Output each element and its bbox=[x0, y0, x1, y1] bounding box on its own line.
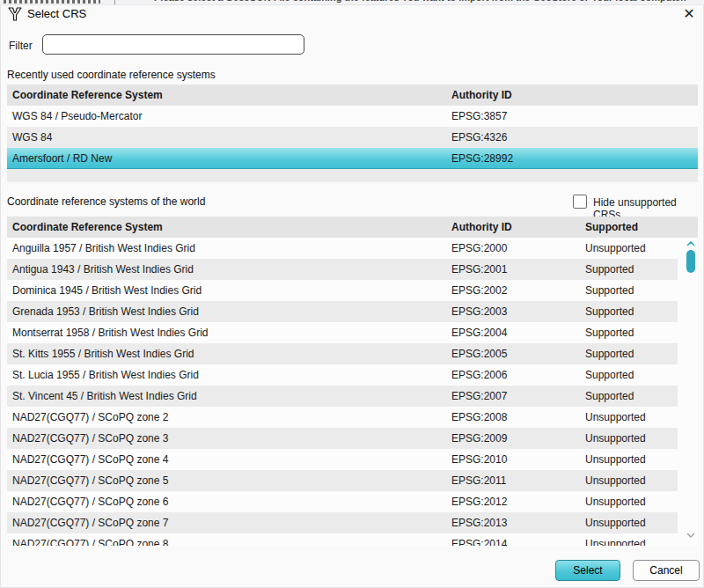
supported-cell: Supported bbox=[585, 263, 634, 276]
authority-id-cell: EPSG:2014 bbox=[451, 538, 507, 546]
close-icon[interactable]: ✕ bbox=[678, 2, 700, 25]
hide-unsupported-checkbox[interactable] bbox=[573, 195, 587, 209]
world-crs-row[interactable]: NAD27(CGQ77) / SCoPQ zone 2 EPSG:2008 Un… bbox=[7, 407, 678, 428]
authority-id-cell: EPSG:2010 bbox=[451, 453, 507, 466]
world-crs-row[interactable]: Montserrat 1958 / British West Indies Gr… bbox=[7, 322, 678, 343]
supported-cell: Unsupported bbox=[585, 538, 646, 546]
authority-id-cell: EPSG:2002 bbox=[451, 284, 507, 297]
background-window-left-text bbox=[4, 0, 100, 4]
crs-name-cell: Montserrat 1958 / British West Indies Gr… bbox=[12, 327, 209, 339]
supported-cell: Supported bbox=[585, 327, 634, 339]
select-crs-dialog: { "background_window": { "clipped_text":… bbox=[0, 0, 704, 588]
background-window-strip: Please select a GeoJSON File containing … bbox=[0, 0, 704, 5]
authority-id-cell: EPSG:2000 bbox=[451, 242, 507, 254]
authority-id-cell: EPSG:2001 bbox=[451, 263, 507, 276]
crs-name-cell: NAD27(CGQ77) / SCoPQ zone 2 bbox=[12, 411, 168, 423]
recent-table-rows: WGS 84 / Pseudo-Mercator EPSG:3857 WGS 8… bbox=[7, 106, 698, 169]
world-crs-row[interactable]: NAD27(CGQ77) / SCoPQ zone 4 EPSG:2010 Un… bbox=[7, 449, 678, 470]
supported-cell: Unsupported bbox=[585, 474, 646, 487]
recent-table-empty-area bbox=[7, 169, 698, 182]
crs-name-cell: WGS 84 / Pseudo-Mercator bbox=[12, 110, 142, 122]
authority-id-cell: EPSG:2005 bbox=[451, 348, 507, 360]
crs-name-cell: NAD27(CGQ77) / SCoPQ zone 4 bbox=[12, 453, 168, 466]
crs-name-cell: Dominica 1945 / British West Indies Grid bbox=[12, 284, 202, 297]
recent-crs-table: Coordinate Reference System Authority ID… bbox=[7, 85, 698, 182]
authority-id-cell: EPSG:2011 bbox=[451, 474, 506, 487]
world-header-supported: Supported bbox=[585, 221, 638, 233]
crs-name-cell: St. Vincent 45 / British West Indies Gri… bbox=[12, 390, 197, 402]
world-crs-row[interactable]: St. Vincent 45 / British West Indies Gri… bbox=[7, 386, 678, 407]
world-header-name: Coordinate Reference System bbox=[12, 221, 163, 233]
world-crs-row[interactable]: NAD27(CGQ77) / SCoPQ zone 7 EPSG:2013 Un… bbox=[7, 512, 678, 533]
world-crs-row[interactable]: NAD27(CGQ77) / SCoPQ zone 6 EPSG:2012 Un… bbox=[7, 491, 678, 512]
recent-crs-row[interactable]: WGS 84 / Pseudo-Mercator EPSG:3857 bbox=[7, 106, 698, 127]
world-crs-row[interactable]: Antigua 1943 / British West Indies Grid … bbox=[7, 259, 678, 280]
authority-id-cell: EPSG:28992 bbox=[451, 152, 513, 165]
crs-name-cell: NAD27(CGQ77) / SCoPQ zone 7 bbox=[12, 517, 168, 529]
recent-header-authority: Authority ID bbox=[451, 89, 512, 101]
world-table-scrollbar bbox=[685, 238, 697, 546]
authority-id-cell: EPSG:2013 bbox=[451, 517, 507, 529]
crs-name-cell: NAD27(CGQ77) / SCoPQ zone 6 bbox=[12, 496, 168, 508]
supported-cell: Supported bbox=[585, 390, 634, 402]
recent-section-label: Recently used coordinate reference syste… bbox=[7, 69, 216, 81]
filter-label: Filter bbox=[9, 40, 33, 52]
world-table-header: Coordinate Reference System Authority ID… bbox=[7, 217, 698, 238]
world-crs-row[interactable]: St. Kitts 1955 / British West Indies Gri… bbox=[7, 343, 678, 364]
crs-projection-icon bbox=[7, 6, 23, 22]
world-header-authority: Authority ID bbox=[451, 221, 512, 233]
crs-name-cell: NAD27(CGQ77) / SCoPQ zone 8 bbox=[12, 538, 168, 546]
world-crs-row[interactable]: Dominica 1945 / British West Indies Grid… bbox=[7, 280, 678, 301]
supported-cell: Unsupported bbox=[585, 242, 646, 254]
filter-input[interactable] bbox=[42, 34, 304, 55]
crs-name-cell: NAD27(CGQ77) / SCoPQ zone 5 bbox=[12, 474, 168, 487]
crs-name-cell: St. Kitts 1955 / British West Indies Gri… bbox=[12, 348, 194, 360]
authority-id-cell: EPSG:4326 bbox=[451, 131, 507, 143]
supported-cell: Unsupported bbox=[585, 496, 646, 508]
scroll-down-icon[interactable] bbox=[686, 530, 696, 540]
crs-name-cell: WGS 84 bbox=[12, 131, 52, 143]
world-crs-row[interactable]: Anguilla 1957 / British West Indies Grid… bbox=[7, 238, 678, 259]
authority-id-cell: EPSG:2004 bbox=[451, 327, 507, 339]
world-table-rows: Anguilla 1957 / British West Indies Grid… bbox=[7, 238, 698, 546]
authority-id-cell: EPSG:2007 bbox=[451, 390, 507, 402]
world-crs-row[interactable]: NAD27(CGQ77) / SCoPQ zone 3 EPSG:2009 Un… bbox=[7, 428, 678, 449]
authority-id-cell: EPSG:2009 bbox=[451, 432, 507, 445]
world-crs-row[interactable]: St. Lucia 1955 / British West Indies Gri… bbox=[7, 364, 678, 386]
crs-name-cell: Anguilla 1957 / British West Indies Grid bbox=[12, 242, 195, 254]
crs-name-cell: Amersfoort / RD New bbox=[12, 152, 112, 165]
world-crs-table: Coordinate Reference System Authority ID… bbox=[7, 217, 698, 546]
supported-cell: Unsupported bbox=[585, 517, 646, 529]
crs-name-cell: Antigua 1943 / British West Indies Grid bbox=[12, 263, 194, 276]
world-crs-row[interactable]: NAD27(CGQ77) / SCoPQ zone 8 EPSG:2014 Un… bbox=[7, 533, 678, 546]
authority-id-cell: EPSG:2003 bbox=[451, 305, 507, 318]
supported-cell: Supported bbox=[585, 305, 634, 318]
scrollbar-thumb[interactable] bbox=[686, 250, 695, 273]
crs-name-cell: NAD27(CGQ77) / SCoPQ zone 3 bbox=[12, 432, 168, 445]
recent-table-header: Coordinate Reference System Authority ID bbox=[7, 85, 698, 106]
crs-name-cell: St. Lucia 1955 / British West Indies Gri… bbox=[12, 369, 199, 381]
cancel-button[interactable]: Cancel bbox=[633, 560, 700, 581]
recent-crs-row[interactable]: Amersfoort / RD New EPSG:28992 bbox=[7, 148, 698, 169]
authority-id-cell: EPSG:3857 bbox=[451, 110, 507, 122]
authority-id-cell: EPSG:2006 bbox=[451, 369, 507, 381]
select-button[interactable]: Select bbox=[555, 560, 620, 581]
supported-cell: Supported bbox=[585, 348, 634, 360]
world-crs-row[interactable]: NAD27(CGQ77) / SCoPQ zone 5 EPSG:2011 Un… bbox=[7, 470, 678, 491]
supported-cell: Supported bbox=[585, 369, 634, 381]
supported-cell: Unsupported bbox=[585, 432, 646, 445]
background-window-text: Please select a GeoJSON File containing … bbox=[154, 0, 682, 3]
authority-id-cell: EPSG:2008 bbox=[451, 411, 507, 423]
crs-name-cell: Grenada 1953 / British West Indies Grid bbox=[12, 305, 199, 318]
supported-cell: Supported bbox=[585, 284, 634, 297]
supported-cell: Unsupported bbox=[585, 411, 646, 423]
supported-cell: Unsupported bbox=[585, 453, 646, 466]
world-section-label: Coordinate reference systems of the worl… bbox=[7, 195, 205, 208]
background-window-divider bbox=[114, 0, 115, 5]
recent-crs-row[interactable]: WGS 84 EPSG:4326 bbox=[7, 127, 698, 148]
scroll-up-icon[interactable] bbox=[686, 239, 696, 249]
authority-id-cell: EPSG:2012 bbox=[451, 496, 507, 508]
recent-header-name: Coordinate Reference System bbox=[12, 89, 163, 101]
dialog-title: Select CRS bbox=[27, 7, 86, 20]
world-crs-row[interactable]: Grenada 1953 / British West Indies Grid … bbox=[7, 301, 678, 322]
